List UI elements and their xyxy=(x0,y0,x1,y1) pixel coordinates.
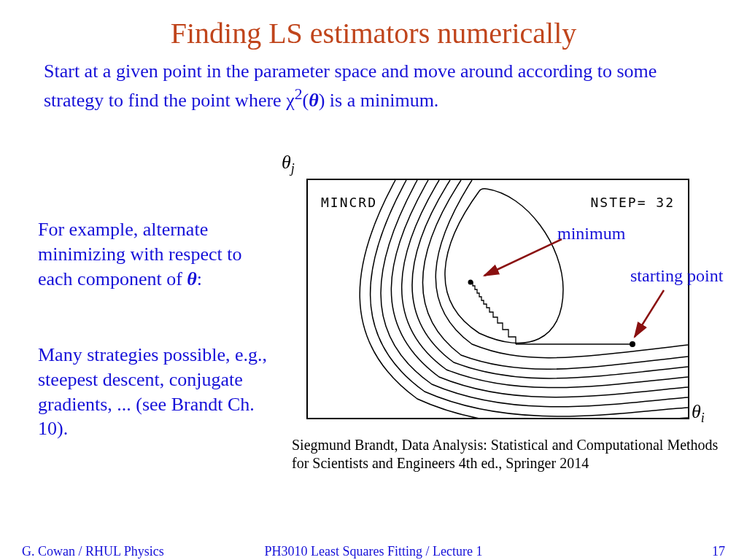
figure-label-mincrd: MINCRD xyxy=(321,195,377,210)
theta-symbol: θ xyxy=(309,89,319,110)
minimum-point-dot xyxy=(468,280,473,285)
intro-text-b: is a minimum. xyxy=(325,89,438,110)
contour-figure: MINCRD NSTEP= 32 xyxy=(306,179,689,419)
axis-label-theta-j: θj xyxy=(282,152,295,176)
figure-label-nstep: NSTEP= 32 xyxy=(590,195,675,210)
footer-course: PH3010 Least Squares Fitting / Lecture 1 xyxy=(0,544,747,559)
para1-text-a: For example, alternate minimizing with r… xyxy=(38,219,241,289)
theta-subscript: i xyxy=(701,411,705,425)
chi-superscript: 2 xyxy=(295,85,303,103)
contour-plot-svg xyxy=(308,180,688,418)
chi-symbol: χ xyxy=(286,89,295,110)
annotation-starting-point: starting point xyxy=(630,266,723,286)
annotation-minimum: minimum xyxy=(557,224,625,244)
figure-citation: Siegmund Brandt, Data Analysis: Statisti… xyxy=(292,436,722,472)
intro-paragraph: Start at a given point in the parameter … xyxy=(0,50,747,112)
axis-label-theta-i: θi xyxy=(692,401,705,426)
theta-letter: θ xyxy=(692,401,701,422)
page-title: Finding LS estimators numerically xyxy=(0,0,747,50)
footer-page-number: 17 xyxy=(712,544,725,559)
strategies-paragraph: Many strategies possible, e.g., steepest… xyxy=(38,343,286,441)
para1-text-b: : xyxy=(197,268,202,289)
theta-letter: θ xyxy=(282,152,291,173)
theta-symbol: θ xyxy=(187,268,197,289)
theta-subscript: j xyxy=(291,161,295,176)
example-paragraph: For example, alternate minimizing with r… xyxy=(38,217,271,291)
